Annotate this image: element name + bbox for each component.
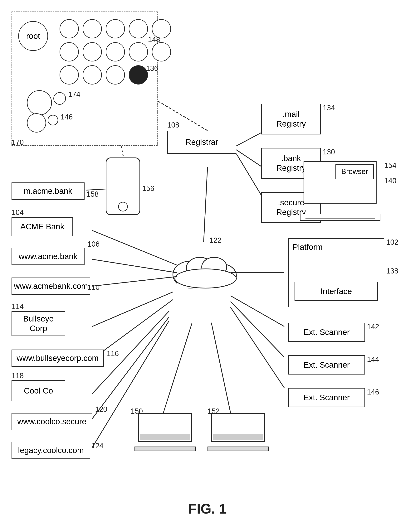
ref-142: 142 [367,323,379,331]
ref-102: 102 [386,238,398,247]
m-acme-bank-box: m.acme.bank [11,182,85,200]
bullseye-corp-box: Bullseye Corp [11,311,65,336]
ref-156: 156 [142,184,154,193]
cool-co-box: Cool Co [11,380,65,401]
ref-170: 170 [11,138,24,147]
ref-158: 158 [87,190,98,198]
www-coolco-secure-label: www.coolco.secure [17,417,86,426]
ref-174: 174 [68,90,80,98]
svg-line-11 [92,276,177,286]
tld-circle-13 [106,65,125,85]
svg-line-14 [92,311,169,394]
m-acme-bank-label: m.acme.bank [24,186,72,196]
ref-150: 150 [131,407,143,415]
www-acmebank-com-label: www.acmebank.com [14,281,88,291]
ref-120: 120 [95,405,107,414]
legacy-coolco-label: legacy.coolco.com [18,446,84,455]
small-circle-174 [27,90,52,115]
tld-circle-11 [59,65,79,85]
tld-circle-2 [83,19,102,38]
tld-circle-filled [129,65,148,85]
ref-144: 144 [367,355,379,364]
platform-label: Platform [293,243,323,252]
svg-line-7 [204,167,208,242]
www-acmebank-com-box: www.acmebank.com [11,277,90,295]
ref-116: 116 [107,350,119,358]
svg-point-6 [175,269,236,288]
svg-line-15 [92,317,169,419]
ref-108: 108 [167,121,179,129]
svg-line-18 [231,302,284,357]
browser-laptop: Browser [300,161,380,221]
ref-152: 152 [208,407,220,415]
svg-line-24 [236,154,265,202]
phone-home-button [118,202,128,211]
acme-bank-label: ACME Bank [20,222,64,231]
ref-154: 154 [384,161,396,170]
www-bullseyecorp-label: www.bullseyecorp.com [17,353,98,363]
browser-label: Browser [341,167,368,176]
ext-scanner-2-label: Ext. Scanner [304,360,350,370]
ref-114: 114 [11,303,24,311]
interface-label: Interface [320,286,352,296]
ref-124: 124 [91,442,103,450]
platform-interface-container: Platform Interface [288,238,384,307]
svg-line-19 [231,307,284,388]
tld-circle-9 [129,42,148,61]
acme-bank-box: ACME Bank [11,217,73,236]
ref-134: 134 [323,104,335,112]
ext-scanner-1-box: Ext. Scanner [288,323,365,342]
registrar-label: Registrar [185,137,218,147]
browser-box: Browser [336,164,374,179]
tld-circle-6 [59,42,79,61]
ref-138: 138 [386,267,398,275]
mail-registry-label: .mail Registry [276,109,306,129]
svg-line-12 [92,292,173,326]
sub-circle-146 [48,115,58,125]
www-bullseyecorp-box: www.bullseyecorp.com [11,350,104,367]
ref-140: 140 [384,177,396,185]
svg-line-21 [211,323,231,413]
tld-circle-8 [106,42,125,61]
laptop-150 [135,413,196,451]
root-circle: root [18,21,48,51]
tld-circle-10 [152,42,171,61]
ref-130: 130 [323,148,335,156]
root-label: root [26,31,40,41]
svg-line-23 [236,150,265,169]
www-coolco-secure-box: www.coolco.secure [11,413,92,430]
ref-106: 106 [87,240,99,248]
www-acme-bank-box: www.acme.bank [11,248,85,265]
tld-circle-7 [83,42,102,61]
sub-circle-174 [53,92,66,105]
tld-circle-3 [106,19,125,38]
figure-caption: FIG. 1 [0,501,415,517]
svg-line-20 [163,323,192,413]
tld-circle-12 [83,65,102,85]
ref-104: 104 [11,208,24,217]
interface-box: Interface [295,282,378,301]
svg-line-9 [92,230,177,265]
tld-circle-4 [129,19,148,38]
www-acme-bank-label: www.acme.bank [19,252,77,261]
mobile-phone [106,158,140,215]
mail-registry-box: .mail Registry [261,104,321,134]
svg-line-22 [236,131,265,146]
ext-scanner-3-box: Ext. Scanner [288,388,365,407]
registrar-box: Registrar [167,131,236,154]
ref-122: 122 [209,236,222,245]
ext-scanner-3-label: Ext. Scanner [304,393,350,402]
laptop-152 [208,413,269,451]
ref-146-bottom: 146 [367,388,379,396]
svg-line-10 [92,259,177,273]
ref-136: 136 [146,64,158,73]
bullseye-corp-label: Bullseye Corp [23,314,54,333]
ref-118: 118 [11,372,24,380]
ref-146-top: 146 [60,113,73,121]
tld-circle-1 [59,19,79,38]
small-circle-146 [27,113,46,133]
ext-scanner-2-box: Ext. Scanner [288,355,365,374]
svg-line-17 [231,296,284,326]
ref-110: 110 [87,283,99,292]
ext-scanner-1-label: Ext. Scanner [304,327,350,337]
